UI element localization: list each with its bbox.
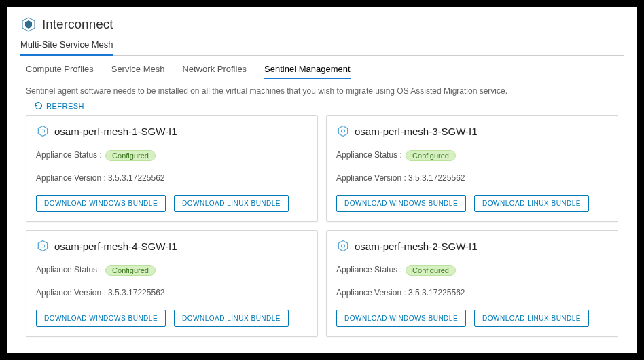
svg-rect-9 bbox=[342, 245, 345, 247]
tab-description: Sentinel agent software needs to be inst… bbox=[20, 82, 624, 97]
download-windows-button[interactable]: DOWNLOAD WINDOWS BUNDLE bbox=[36, 195, 166, 212]
download-linux-button[interactable]: DOWNLOAD LINUX BUNDLE bbox=[174, 195, 289, 212]
appliance-version-value: 3.5.3.17225562 bbox=[108, 173, 164, 183]
interconnect-icon bbox=[20, 16, 37, 33]
appliance-version-value: 3.5.3.17225562 bbox=[408, 288, 465, 298]
appliance-name: osam-perf-mesh-3-SGW-I1 bbox=[355, 126, 478, 137]
hexagon-icon bbox=[36, 124, 50, 138]
tab-compute-profiles[interactable]: Compute Profiles bbox=[26, 61, 94, 79]
appliance-version-row: Appliance Version : 3.5.3.17225562 bbox=[336, 288, 608, 298]
card-actions: DOWNLOAD WINDOWS BUNDLE DOWNLOAD LINUX B… bbox=[36, 195, 308, 212]
card-actions: DOWNLOAD WINDOWS BUNDLE DOWNLOAD LINUX B… bbox=[336, 310, 608, 327]
cards-grid: osam-perf-mesh-1-SGW-I1 Appliance Status… bbox=[20, 115, 624, 337]
svg-rect-3 bbox=[41, 130, 45, 132]
appliance-name: osam-perf-mesh-1-SGW-I1 bbox=[54, 126, 177, 137]
download-linux-button[interactable]: DOWNLOAD LINUX BUNDLE bbox=[474, 195, 589, 212]
card-header: osam-perf-mesh-1-SGW-I1 bbox=[36, 124, 308, 138]
appliance-status-row: Appliance Status : Configured bbox=[336, 150, 608, 161]
download-windows-button[interactable]: DOWNLOAD WINDOWS BUNDLE bbox=[36, 310, 166, 327]
svg-rect-5 bbox=[342, 130, 345, 132]
hexagon-icon bbox=[336, 239, 350, 253]
tab-network-profiles[interactable]: Network Profiles bbox=[182, 61, 247, 79]
appliance-status-label: Appliance Status : bbox=[36, 150, 102, 160]
appliance-status-row: Appliance Status : Configured bbox=[36, 265, 308, 276]
appliance-card: osam-perf-mesh-4-SGW-I1 Appliance Status… bbox=[26, 230, 318, 337]
tab-sentinel-management[interactable]: Sentinel Management bbox=[264, 61, 350, 79]
hexagon-icon bbox=[336, 124, 350, 138]
appliance-status-label: Appliance Status : bbox=[336, 150, 402, 160]
svg-marker-6 bbox=[38, 241, 47, 251]
refresh-icon bbox=[34, 101, 43, 110]
status-badge: Configured bbox=[105, 150, 156, 161]
appliance-card: osam-perf-mesh-2-SGW-I1 Appliance Status… bbox=[326, 230, 618, 337]
svg-rect-7 bbox=[41, 245, 45, 247]
appliance-version-label: Appliance Version : bbox=[36, 288, 106, 298]
appliance-version-label: Appliance Version : bbox=[36, 173, 106, 183]
appliance-name: osam-perf-mesh-2-SGW-I1 bbox=[355, 240, 478, 252]
card-actions: DOWNLOAD WINDOWS BUNDLE DOWNLOAD LINUX B… bbox=[336, 195, 608, 212]
appliance-version-row: Appliance Version : 3.5.3.17225562 bbox=[36, 173, 308, 183]
appliance-status-row: Appliance Status : Configured bbox=[336, 265, 608, 276]
tab-multi-site-service-mesh[interactable]: Multi-Site Service Mesh bbox=[20, 38, 113, 56]
appliance-version-label: Appliance Version : bbox=[336, 288, 406, 298]
appliance-version-label: Appliance Version : bbox=[336, 173, 406, 183]
appliance-card: osam-perf-mesh-3-SGW-I1 Appliance Status… bbox=[326, 115, 618, 222]
download-windows-button[interactable]: DOWNLOAD WINDOWS BUNDLE bbox=[336, 195, 466, 212]
refresh-button[interactable]: REFRESH bbox=[20, 97, 84, 115]
card-header: osam-perf-mesh-4-SGW-I1 bbox=[36, 239, 308, 253]
appliance-name: osam-perf-mesh-4-SGW-I1 bbox=[54, 240, 177, 252]
svg-marker-4 bbox=[338, 126, 347, 137]
svg-marker-2 bbox=[38, 126, 47, 137]
tab-service-mesh[interactable]: Service Mesh bbox=[111, 61, 165, 79]
page-title: Interconnect bbox=[42, 17, 113, 32]
appliance-version-row: Appliance Version : 3.5.3.17225562 bbox=[336, 173, 608, 183]
app-window: Interconnect Multi-Site Service Mesh Com… bbox=[7, 7, 637, 353]
download-linux-button[interactable]: DOWNLOAD LINUX BUNDLE bbox=[174, 310, 289, 327]
card-header: osam-perf-mesh-3-SGW-I1 bbox=[336, 124, 608, 138]
card-header: osam-perf-mesh-2-SGW-I1 bbox=[336, 239, 608, 253]
download-linux-button[interactable]: DOWNLOAD LINUX BUNDLE bbox=[474, 310, 589, 327]
appliance-status-label: Appliance Status : bbox=[336, 265, 402, 274]
hexagon-icon bbox=[36, 239, 50, 253]
appliance-status-label: Appliance Status : bbox=[36, 265, 102, 274]
appliance-status-row: Appliance Status : Configured bbox=[36, 150, 308, 161]
status-badge: Configured bbox=[406, 150, 456, 161]
secondary-tab-bar: Compute Profiles Service Mesh Network Pr… bbox=[20, 61, 624, 79]
primary-tab-bar: Multi-Site Service Mesh bbox=[20, 38, 624, 56]
status-badge: Configured bbox=[105, 265, 156, 276]
download-windows-button[interactable]: DOWNLOAD WINDOWS BUNDLE bbox=[336, 310, 466, 327]
card-actions: DOWNLOAD WINDOWS BUNDLE DOWNLOAD LINUX B… bbox=[36, 310, 308, 327]
svg-marker-8 bbox=[338, 241, 347, 251]
svg-marker-1 bbox=[25, 20, 32, 29]
appliance-card: osam-perf-mesh-1-SGW-I1 Appliance Status… bbox=[26, 115, 318, 222]
status-badge: Configured bbox=[406, 265, 456, 276]
appliance-version-row: Appliance Version : 3.5.3.17225562 bbox=[36, 288, 308, 298]
page-header: Interconnect bbox=[20, 16, 624, 33]
appliance-version-value: 3.5.3.17225562 bbox=[408, 173, 465, 183]
refresh-label: REFRESH bbox=[46, 102, 84, 110]
appliance-version-value: 3.5.3.17225562 bbox=[108, 288, 164, 298]
